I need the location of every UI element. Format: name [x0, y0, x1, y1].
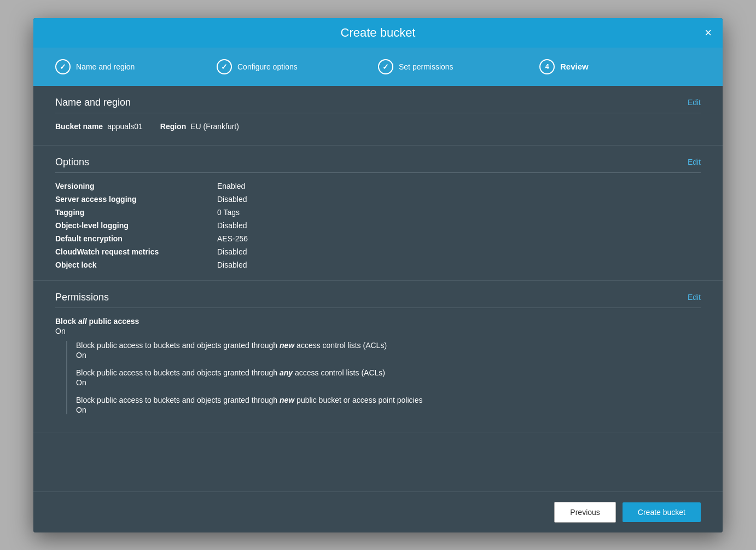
options-header: Options Edit — [55, 157, 701, 168]
step-name-and-region: Name and region — [55, 59, 217, 74]
option-value: Disabled — [217, 221, 247, 230]
permission-sub-item: Block public access to buckets and objec… — [76, 341, 701, 360]
step-icon-name-and-region — [55, 59, 71, 74]
name-and-region-header: Name and region Edit — [55, 97, 701, 108]
sub-status: On — [76, 406, 701, 414]
sub-label: Block public access to buckets and objec… — [76, 396, 701, 404]
permissions-section: Permissions Edit Block all public access… — [33, 281, 723, 432]
option-row: Object lockDisabled — [55, 260, 701, 269]
permissions-title: Permissions — [55, 292, 109, 303]
permissions-header: Permissions Edit — [55, 292, 701, 303]
permissions-divider — [55, 308, 701, 308]
name-and-region-divider — [55, 113, 701, 113]
bucket-name-label: Bucket name — [55, 122, 103, 131]
close-button[interactable]: × — [705, 27, 712, 39]
block-all-public-access-block: Block all public access On Block public … — [55, 317, 701, 414]
option-value: AES-256 — [217, 234, 248, 243]
modal-content: Name and region Edit Bucket name appuals… — [33, 86, 723, 491]
option-row: VersioningEnabled — [55, 182, 701, 190]
option-label: Default encryption — [55, 234, 208, 243]
option-value: Enabled — [217, 182, 245, 190]
step-icon-configure-options — [217, 59, 232, 74]
options-edit-button[interactable]: Edit — [688, 158, 701, 166]
step-review: 4 Review — [539, 59, 701, 74]
modal-footer: Previous Create bucket — [33, 491, 723, 532]
modal-overlay: Create bucket × Name and region Configur… — [28, 13, 728, 538]
region-label: Region — [160, 122, 186, 131]
block-all-public-access-label: Block all public access — [55, 317, 701, 326]
option-label: Versioning — [55, 182, 208, 190]
options-grid: VersioningEnabledServer access loggingDi… — [55, 182, 701, 269]
sub-status: On — [76, 378, 701, 387]
sub-label: Block public access to buckets and objec… — [76, 341, 701, 350]
option-value: 0 Tags — [217, 208, 240, 217]
option-row: CloudWatch request metricsDisabled — [55, 247, 701, 256]
option-value: Disabled — [217, 247, 247, 256]
step-label-configure-options: Configure options — [237, 62, 298, 71]
bucket-name-value: appuals01 — [107, 122, 143, 131]
permission-sub-item: Block public access to buckets and objec… — [76, 368, 701, 387]
previous-button[interactable]: Previous — [554, 502, 615, 523]
sub-label: Block public access to buckets and objec… — [76, 368, 701, 377]
name-and-region-title: Name and region — [55, 97, 131, 108]
step-label-name-and-region: Name and region — [76, 62, 135, 71]
steps-bar: Name and region Configure options Set pe… — [33, 48, 723, 86]
modal-title: Create bucket — [341, 26, 416, 40]
option-label: CloudWatch request metrics — [55, 247, 208, 256]
block-all-public-access-status: On — [55, 327, 701, 335]
name-and-region-edit-button[interactable]: Edit — [688, 98, 701, 107]
option-row: Server access loggingDisabled — [55, 195, 701, 204]
options-divider — [55, 172, 701, 173]
step-icon-review: 4 — [539, 59, 555, 74]
option-row: Default encryptionAES-256 — [55, 234, 701, 243]
option-label: Object lock — [55, 260, 208, 269]
bucket-name-row: Bucket name appuals01 Region EU (Frankfu… — [55, 122, 701, 131]
name-and-region-section: Name and region Edit Bucket name appuals… — [33, 86, 723, 146]
permission-sub-item: Block public access to buckets and objec… — [76, 396, 701, 414]
option-value: Disabled — [217, 260, 247, 269]
step-icon-set-permissions — [378, 59, 393, 74]
options-title: Options — [55, 157, 89, 168]
modal-header: Create bucket × — [33, 18, 723, 48]
step-label-set-permissions: Set permissions — [399, 62, 453, 71]
step-label-review: Review — [560, 62, 589, 71]
option-value: Disabled — [217, 195, 247, 204]
step-configure-options: Configure options — [217, 59, 378, 74]
option-label: Tagging — [55, 208, 208, 217]
create-bucket-button[interactable]: Create bucket — [623, 502, 701, 522]
step-set-permissions: Set permissions — [378, 59, 539, 74]
options-section: Options Edit VersioningEnabledServer acc… — [33, 146, 723, 281]
option-row: Tagging0 Tags — [55, 208, 701, 217]
sub-status: On — [76, 351, 701, 360]
permissions-edit-button[interactable]: Edit — [688, 293, 701, 302]
option-row: Object-level loggingDisabled — [55, 221, 701, 230]
option-label: Server access logging — [55, 195, 208, 204]
permission-sub-items: Block public access to buckets and objec… — [66, 341, 701, 414]
option-label: Object-level logging — [55, 221, 208, 230]
region-value: EU (Frankfurt) — [190, 122, 239, 131]
create-bucket-modal: Create bucket × Name and region Configur… — [33, 18, 723, 532]
